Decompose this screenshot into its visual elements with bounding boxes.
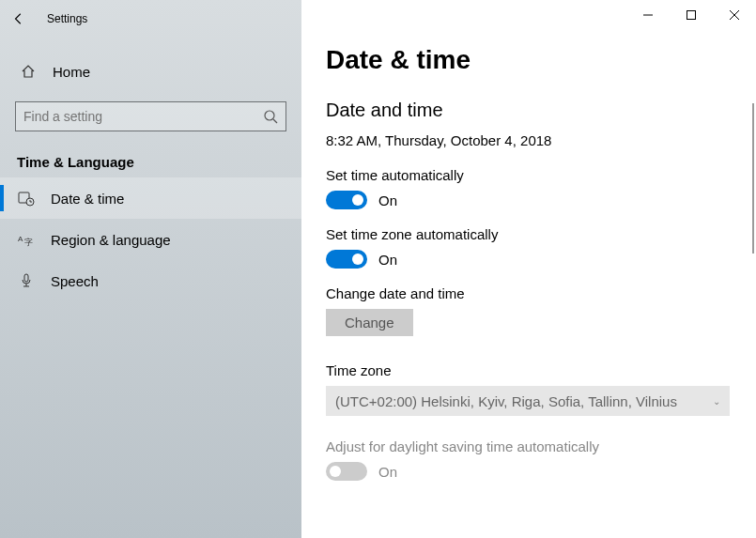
home-label: Home — [53, 64, 90, 80]
language-icon: A字 — [17, 231, 36, 248]
svg-text:A: A — [18, 235, 23, 243]
search-box[interactable] — [15, 101, 286, 131]
sidebar-item-speech[interactable]: Speech — [0, 260, 301, 301]
toggle-knob-icon — [330, 466, 341, 477]
toggle-knob-icon — [352, 254, 363, 265]
calendar-clock-icon — [17, 190, 36, 207]
arrow-left-icon — [12, 12, 25, 25]
sidebar-item-date-time[interactable]: Date & time — [0, 177, 301, 219]
sidebar-item-label: Speech — [51, 273, 99, 289]
set-tz-auto-state: On — [378, 252, 397, 268]
page-title: Date & time — [326, 45, 743, 75]
timezone-value: (UTC+02:00) Helsinki, Kyiv, Riga, Sofia,… — [335, 393, 677, 409]
timezone-label: Time zone — [326, 362, 743, 378]
search-input[interactable] — [23, 109, 263, 124]
svg-point-4 — [265, 111, 274, 120]
scrollbar[interactable] — [752, 103, 754, 254]
sidebar-item-label: Date & time — [51, 191, 124, 207]
set-time-auto-label: Set time automatically — [326, 167, 743, 183]
dst-label: Adjust for daylight saving time automati… — [326, 438, 743, 454]
dst-toggle — [326, 462, 367, 481]
dst-state: On — [378, 464, 397, 480]
category-title: Time & Language — [17, 154, 301, 170]
search-icon — [263, 109, 278, 124]
current-datetime: 8:32 AM, Thursday, October 4, 2018 — [326, 132, 743, 148]
back-button[interactable] — [0, 0, 38, 38]
set-time-auto-state: On — [378, 192, 397, 208]
sidebar: Home Time & Language Date & time A字 Regi… — [0, 0, 301, 538]
home-icon — [19, 64, 38, 79]
chevron-down-icon: ⌄ — [713, 396, 720, 407]
sidebar-item-label: Region & language — [51, 232, 171, 248]
content-pane: Date & time Date and time 8:32 AM, Thurs… — [301, 0, 756, 538]
timezone-dropdown: (UTC+02:00) Helsinki, Kyiv, Riga, Sofia,… — [326, 386, 730, 416]
sidebar-nav: Date & time A字 Region & language Speech — [0, 177, 301, 301]
change-button: Change — [326, 309, 413, 336]
set-tz-auto-label: Set time zone automatically — [326, 226, 743, 242]
svg-rect-10 — [24, 274, 28, 282]
sidebar-item-region-language[interactable]: A字 Region & language — [0, 219, 301, 260]
section-title: Date and time — [326, 100, 743, 121]
app-title: Settings — [47, 12, 87, 25]
set-time-auto-toggle[interactable] — [326, 191, 367, 209]
microphone-icon — [17, 273, 36, 288]
set-tz-auto-toggle[interactable] — [326, 250, 367, 269]
svg-line-5 — [273, 119, 277, 123]
home-nav[interactable]: Home — [0, 53, 301, 90]
toggle-knob-icon — [352, 194, 363, 206]
change-dt-label: Change date and time — [326, 285, 743, 301]
svg-text:字: 字 — [24, 238, 33, 247]
